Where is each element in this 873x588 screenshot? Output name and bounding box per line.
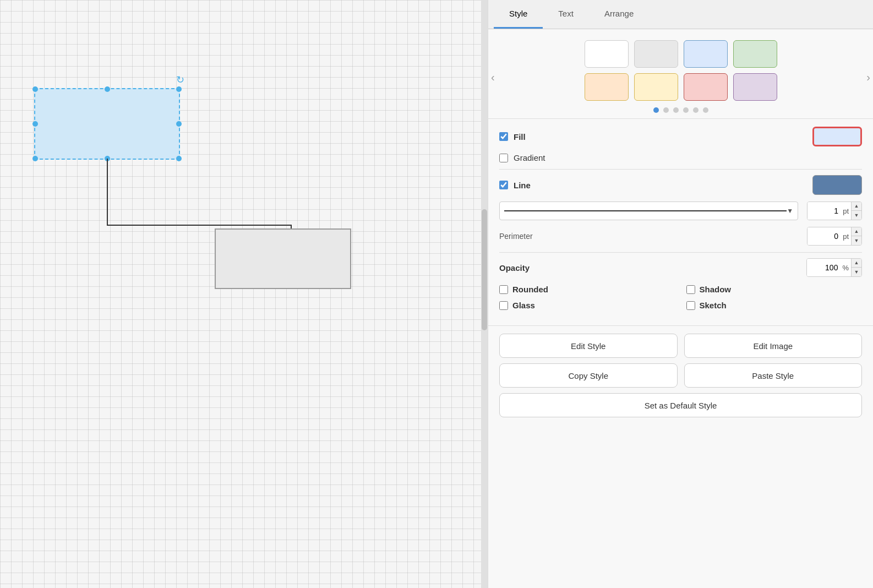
dot-4[interactable] bbox=[693, 107, 699, 113]
handle-tc[interactable] bbox=[105, 86, 110, 92]
shadow-label: Shadow bbox=[700, 285, 732, 294]
prev-carousel-button[interactable]: ‹ bbox=[488, 68, 498, 86]
dot-0[interactable] bbox=[653, 107, 659, 113]
line-width-value[interactable] bbox=[807, 202, 841, 220]
handle-tr[interactable] bbox=[176, 86, 182, 92]
dropdown-arrow-icon: ▼ bbox=[787, 207, 793, 215]
carousel-dots bbox=[499, 107, 862, 113]
sketch-checkbox[interactable] bbox=[686, 301, 695, 310]
copy-style-button[interactable]: Copy Style bbox=[499, 363, 678, 388]
line-style-dropdown[interactable]: ▼ bbox=[499, 202, 798, 220]
perimeter-value[interactable] bbox=[807, 227, 841, 245]
opacity-spinners: ▲ ▼ bbox=[851, 259, 861, 276]
lower-shape[interactable] bbox=[215, 228, 351, 289]
glass-label: Glass bbox=[512, 301, 535, 310]
perimeter-spinners: ▲ ▼ bbox=[851, 227, 861, 245]
opacity-up[interactable]: ▲ bbox=[852, 259, 861, 268]
swatch-lightpurple[interactable] bbox=[733, 73, 777, 101]
line-label: Line bbox=[514, 181, 558, 190]
perimeter-input: pt ▲ ▼ bbox=[807, 227, 862, 246]
swatches-section: ‹ › bbox=[488, 29, 873, 118]
btn-row-2: Copy Style Paste Style bbox=[499, 363, 862, 388]
dot-1[interactable] bbox=[663, 107, 669, 113]
swatches-grid bbox=[499, 40, 862, 101]
glass-option: Glass bbox=[499, 301, 675, 310]
handle-tl[interactable] bbox=[32, 86, 38, 92]
next-carousel-button[interactable]: › bbox=[864, 68, 873, 86]
rotate-handle[interactable]: ↻ bbox=[176, 74, 184, 86]
options-grid: Rounded Shadow Glass Sketch bbox=[499, 285, 862, 310]
right-panel: Style Text Arrange ‹ › bbox=[488, 0, 873, 588]
dot-3[interactable] bbox=[683, 107, 689, 113]
sketch-option: Sketch bbox=[686, 301, 863, 310]
edit-style-button[interactable]: Edit Style bbox=[499, 334, 678, 358]
sketch-label: Sketch bbox=[700, 301, 727, 310]
fill-color-preview[interactable] bbox=[812, 127, 862, 146]
opacity-label: Opacity bbox=[499, 263, 571, 273]
btn-row-1: Edit Style Edit Image bbox=[499, 334, 862, 358]
rounded-checkbox[interactable] bbox=[499, 285, 508, 294]
perimeter-down[interactable]: ▼ bbox=[852, 236, 861, 245]
fill-checkbox[interactable] bbox=[499, 132, 508, 141]
edit-image-button[interactable]: Edit Image bbox=[684, 334, 863, 358]
handle-br[interactable] bbox=[176, 156, 182, 161]
divider-1 bbox=[499, 169, 862, 170]
perimeter-row: Perimeter pt ▲ ▼ bbox=[499, 227, 862, 246]
line-color-preview[interactable] bbox=[812, 175, 862, 195]
line-style-row: ▼ pt ▲ ▼ bbox=[499, 202, 862, 220]
gradient-checkbox[interactable] bbox=[499, 154, 508, 162]
swatch-lightgreen[interactable] bbox=[733, 40, 777, 68]
divider-2 bbox=[499, 252, 862, 253]
line-checkbox[interactable] bbox=[499, 181, 508, 189]
canvas-area[interactable]: ↻ bbox=[0, 0, 488, 588]
swatch-white[interactable] bbox=[585, 40, 629, 68]
paste-style-button[interactable]: Paste Style bbox=[684, 363, 863, 388]
fill-label: Fill bbox=[514, 132, 558, 141]
perimeter-unit: pt bbox=[841, 232, 851, 241]
swatch-peach[interactable] bbox=[585, 73, 629, 101]
opacity-unit: % bbox=[840, 264, 851, 272]
line-width-spinners: ▲ ▼ bbox=[851, 202, 861, 220]
swatch-lightpink[interactable] bbox=[684, 73, 728, 101]
tab-bar: Style Text Arrange bbox=[488, 0, 873, 29]
shadow-option: Shadow bbox=[686, 285, 863, 294]
line-row: Line bbox=[499, 175, 862, 195]
dot-5[interactable] bbox=[703, 107, 708, 113]
arrow-line-horizontal bbox=[107, 225, 292, 226]
properties-section: Fill Gradient Line ▼ pt ▲ bbox=[488, 118, 873, 325]
perimeter-up[interactable]: ▲ bbox=[852, 227, 861, 236]
glass-checkbox[interactable] bbox=[499, 301, 508, 310]
action-buttons-section: Edit Style Edit Image Copy Style Paste S… bbox=[488, 325, 873, 423]
dot-2[interactable] bbox=[673, 107, 679, 113]
opacity-value[interactable] bbox=[807, 259, 840, 276]
rounded-option: Rounded bbox=[499, 285, 675, 294]
canvas-scrollbar[interactable] bbox=[481, 0, 488, 588]
gradient-row: Gradient bbox=[499, 153, 862, 162]
canvas-scrollbar-thumb[interactable] bbox=[482, 209, 487, 330]
handle-mr[interactable] bbox=[176, 121, 182, 127]
gradient-label: Gradient bbox=[514, 153, 558, 162]
arrow-line-vertical bbox=[107, 159, 108, 225]
swatch-lightgray[interactable] bbox=[634, 40, 678, 68]
selected-shape[interactable]: ↻ bbox=[34, 88, 180, 160]
swatch-lightyellow[interactable] bbox=[634, 73, 678, 101]
rounded-label: Rounded bbox=[512, 285, 548, 294]
line-width-unit: pt bbox=[841, 207, 851, 215]
swatch-lightblue[interactable] bbox=[684, 40, 728, 68]
tab-style[interactable]: Style bbox=[494, 0, 543, 29]
line-width-up[interactable]: ▲ bbox=[852, 202, 861, 211]
perimeter-label: Perimeter bbox=[499, 232, 571, 241]
opacity-down[interactable]: ▼ bbox=[852, 268, 861, 276]
handle-bl[interactable] bbox=[32, 156, 38, 161]
tab-text[interactable]: Text bbox=[543, 0, 589, 29]
handle-ml[interactable] bbox=[32, 121, 38, 127]
opacity-row: Opacity % ▲ ▼ bbox=[499, 258, 862, 277]
set-default-style-button[interactable]: Set as Default Style bbox=[499, 393, 862, 417]
line-width-down[interactable]: ▼ bbox=[852, 211, 861, 220]
shadow-checkbox[interactable] bbox=[686, 285, 695, 294]
tab-arrange[interactable]: Arrange bbox=[589, 0, 649, 29]
fill-row: Fill bbox=[499, 127, 862, 146]
line-style-solid bbox=[504, 210, 787, 211]
line-width-input: pt ▲ ▼ bbox=[807, 202, 862, 220]
opacity-input: % ▲ ▼ bbox=[806, 258, 862, 277]
